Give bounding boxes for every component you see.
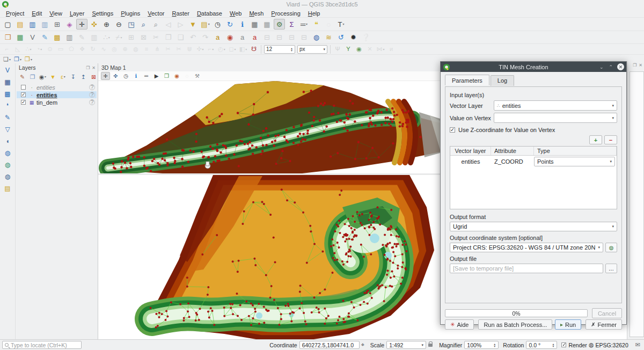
menu-item[interactable]: Vector: [144, 10, 168, 17]
field-calculator-icon[interactable]: ▦: [261, 19, 273, 30]
processing-history-icon[interactable]: ↺: [335, 32, 347, 43]
rotate-feature-icon[interactable]: ↻: [88, 45, 98, 54]
rotate-point-icon[interactable]: ◴: [217, 45, 226, 54]
add-wms-layer-icon[interactable]: ◍: [2, 148, 13, 158]
circle-tool-icon[interactable]: ◔: [34, 45, 44, 54]
menu-item[interactable]: Help: [304, 10, 324, 17]
expand-all-icon[interactable]: ↧: [69, 72, 78, 81]
unit-combo[interactable]: px ▾: [297, 45, 327, 54]
add-group-icon[interactable]: ❐: [28, 72, 37, 81]
layer-tin-dem[interactable]: ▦ tin_dem ?: [17, 99, 97, 106]
shade-dialog-icon[interactable]: ⌄: [599, 64, 604, 70]
pan-to-selection-icon[interactable]: ✜: [89, 19, 100, 30]
vertex-tool-icon[interactable]: ✣: [195, 45, 205, 54]
color-tool-icon[interactable]: ◧: [238, 45, 248, 54]
menu-item[interactable]: Raster: [168, 10, 193, 17]
menu-item[interactable]: View: [46, 10, 66, 17]
rotation-spinbox[interactable]: 0.0 °▲▼: [526, 341, 557, 349]
extents-tracking-icon[interactable]: ⌖: [361, 341, 364, 348]
float-panel-icon[interactable]: ❐: [86, 65, 90, 70]
new-bookmark-icon[interactable]: ▼: [187, 19, 199, 30]
toggle-editing-icon[interactable]: ✎: [76, 32, 87, 43]
processing-toolbox-icon[interactable]: ⚙: [274, 19, 285, 30]
add-gpx-layer-icon[interactable]: ▤: [2, 183, 13, 194]
layer-crs-warning-badge[interactable]: ?: [89, 92, 95, 98]
split-parts-icon[interactable]: ✂: [174, 45, 184, 54]
remove-row-button[interactable]: −: [604, 135, 617, 144]
menu-item[interactable]: Layer: [66, 10, 89, 17]
help-contents-icon[interactable]: ❔: [360, 32, 371, 43]
construction-mode-icon[interactable]: ◺: [13, 45, 23, 54]
modify-attributes-icon[interactable]: ⊞: [126, 32, 137, 43]
run-as-batch-button[interactable]: Run as Batch Process...: [478, 319, 552, 330]
debugging-tools-icon[interactable]: ✹: [348, 32, 359, 43]
new-temporary-layer-icon[interactable]: ✎: [39, 32, 50, 43]
locator-input[interactable]: Type to locate (Ctrl+K): [2, 341, 82, 349]
new-geopackage-layer-icon[interactable]: ▦: [14, 32, 26, 43]
digitize-icon[interactable]: ∴: [101, 32, 112, 43]
text-annotation-icon[interactable]: T: [335, 19, 347, 30]
regular-polygon-icon[interactable]: ⬠: [67, 45, 76, 54]
merge-features-icon[interactable]: ⋓: [185, 45, 194, 54]
zoom-last-icon[interactable]: ◁: [163, 19, 174, 30]
run-button[interactable]: ▸Run: [555, 319, 581, 330]
scale-combo[interactable]: 1:492▾: [386, 341, 426, 349]
browse-file-button[interactable]: …: [605, 264, 617, 273]
layer-label[interactable]: tin_dem: [36, 99, 89, 106]
close-dialog-icon[interactable]: ✕: [617, 63, 624, 70]
ellipse-tool-icon[interactable]: ⊙: [45, 45, 55, 54]
style-manager-icon[interactable]: ◈: [64, 19, 75, 30]
animation-icon[interactable]: ◷: [121, 72, 130, 80]
tree-symbol-icon[interactable]: Ψ: [333, 45, 342, 54]
layer-crs-warning-badge[interactable]: ?: [89, 84, 95, 90]
layer-label[interactable]: entities: [36, 84, 89, 91]
intersection-icon[interactable]: ⋈: [376, 45, 385, 54]
fill-ring-icon[interactable]: ◍: [131, 45, 141, 54]
menu-item[interactable]: Plugins: [117, 10, 144, 17]
quickmap-services-icon[interactable]: ◍: [311, 32, 322, 43]
layout-shortcuts-icon[interactable]: ❏: [2, 55, 12, 64]
reshape-icon[interactable]: ⋔: [152, 45, 162, 54]
change-label-icon[interactable]: ⊟: [298, 32, 310, 43]
delete-selected-icon[interactable]: ⊠: [138, 32, 149, 43]
simplify-feature-icon[interactable]: ∿: [99, 45, 108, 54]
dialog-titlebar[interactable]: TIN Mesh Creation ⌄ ⌃ ✕: [441, 62, 626, 72]
trim-extend-icon[interactable]: ⌐: [206, 45, 216, 54]
save-edits-icon[interactable]: ▥: [89, 32, 100, 43]
remove-layer-icon[interactable]: ⊠: [89, 72, 98, 81]
zoom-in-icon[interactable]: ⊕: [101, 19, 112, 30]
spin-arrows-icon[interactable]: ▲▼: [290, 47, 293, 52]
layer-diagram-icon[interactable]: ◉: [224, 32, 236, 43]
value-on-vertex-combo[interactable]: ▾: [494, 113, 617, 123]
filter-legend-icon[interactable]: ▼: [48, 72, 57, 81]
layer-label[interactable]: entities: [36, 92, 89, 98]
coordinate-field[interactable]: 640272.5,1804741.0: [299, 341, 360, 349]
split-features-icon[interactable]: ✂: [163, 45, 173, 54]
close-panel-icon[interactable]: ✕: [639, 63, 642, 68]
add-wcs-layer-icon[interactable]: ◍: [2, 159, 13, 170]
zoom-full-3d-icon[interactable]: ✜: [111, 72, 120, 80]
crs-globe-icon[interactable]: ◍: [589, 341, 594, 348]
move-feature-icon[interactable]: ✥: [77, 45, 87, 54]
attribute-table-icon[interactable]: ▦: [249, 19, 260, 30]
data-source-manager-icon[interactable]: ❒: [2, 32, 13, 43]
help-button[interactable]: ✳Aide: [445, 319, 474, 330]
maximize-dialog-icon[interactable]: ⌃: [609, 64, 613, 70]
configure-3d-icon[interactable]: ⚒: [193, 72, 202, 80]
tracing-icon[interactable]: ᴎ: [386, 45, 396, 54]
delete-layout-icon[interactable]: ❒: [24, 55, 33, 64]
identify-features-icon[interactable]: ℹ: [237, 19, 248, 30]
collapse-all-icon[interactable]: ↥: [79, 72, 88, 81]
new-vector-layer-icon[interactable]: V: [2, 65, 13, 76]
zoom-to-layer-icon[interactable]: ⌕: [150, 19, 162, 30]
effects-icon[interactable]: ◌: [182, 72, 192, 80]
spin-arrows-icon[interactable]: ▲▼: [552, 343, 554, 347]
layer-entities-hidden[interactable]: ∙ entities ?: [17, 84, 97, 91]
show-bookmarks-icon[interactable]: ▤: [200, 19, 211, 30]
camera-pan-icon[interactable]: ✛: [101, 72, 110, 80]
tab-parameters[interactable]: Parameters: [445, 75, 489, 85]
save-project-icon[interactable]: ▥: [27, 19, 38, 30]
symbol-tool-icon[interactable]: ◻: [228, 45, 237, 54]
copy-features-icon[interactable]: ❐: [163, 32, 174, 43]
python-console-icon[interactable]: ≋: [323, 32, 334, 43]
